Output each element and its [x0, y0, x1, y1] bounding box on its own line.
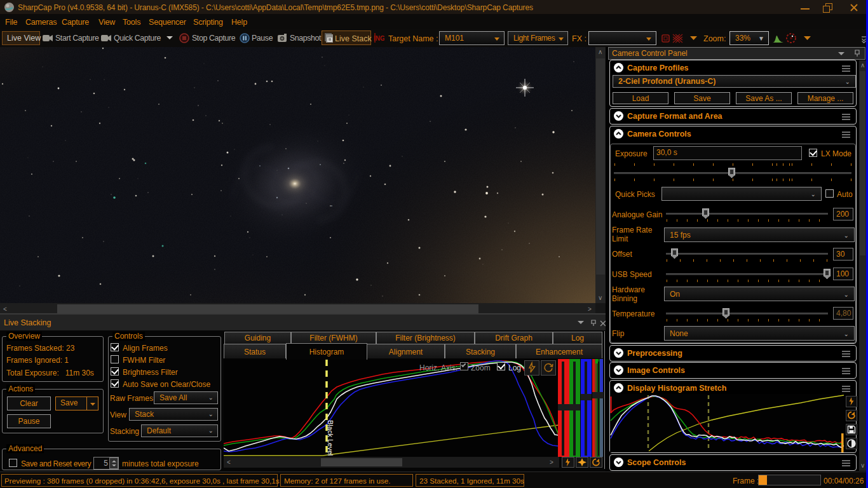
svg-text:Black Level: Black Level [327, 420, 334, 456]
